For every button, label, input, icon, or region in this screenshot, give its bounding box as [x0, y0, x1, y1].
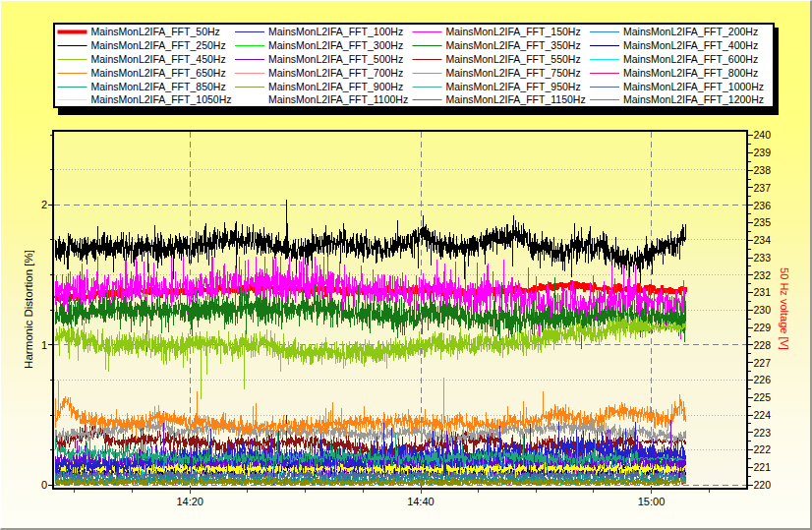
svg-text:50 Hz voltage [V]: 50 Hz voltage [V]: [779, 267, 790, 350]
svg-text:237: 237: [754, 182, 772, 194]
svg-text:Harmonic Distortion [%]: Harmonic Distortion [%]: [23, 250, 34, 369]
svg-text:222: 222: [754, 443, 772, 455]
svg-text:238: 238: [754, 164, 772, 176]
svg-text:MainsMonL2IFA_FFT_650Hz: MainsMonL2IFA_FFT_650Hz: [91, 67, 226, 79]
svg-text:MainsMonL2IFA_FFT_800Hz: MainsMonL2IFA_FFT_800Hz: [623, 67, 758, 79]
svg-text:MainsMonL2IFA_FFT_400Hz: MainsMonL2IFA_FFT_400Hz: [623, 39, 758, 51]
svg-text:226: 226: [754, 374, 772, 385]
svg-text:224: 224: [754, 409, 772, 421]
svg-text:MainsMonL2IFA_FFT_950Hz: MainsMonL2IFA_FFT_950Hz: [446, 81, 581, 92]
svg-text:225: 225: [754, 391, 772, 403]
svg-text:MainsMonL2IFA_FFT_1100Hz: MainsMonL2IFA_FFT_1100Hz: [268, 93, 408, 105]
svg-text:227: 227: [754, 357, 772, 369]
svg-text:MainsMonL2IFA_FFT_50Hz: MainsMonL2IFA_FFT_50Hz: [91, 26, 220, 37]
svg-text:14:40: 14:40: [407, 496, 435, 507]
svg-text:232: 232: [754, 269, 772, 281]
svg-text:235: 235: [754, 216, 772, 228]
svg-text:1: 1: [41, 339, 47, 351]
svg-text:MainsMonL2IFA_FFT_250Hz: MainsMonL2IFA_FFT_250Hz: [91, 39, 226, 51]
svg-text:14:20: 14:20: [176, 496, 203, 507]
svg-text:MainsMonL2IFA_FFT_1050Hz: MainsMonL2IFA_FFT_1050Hz: [91, 93, 232, 105]
svg-text:MainsMonL2IFA_FFT_750Hz: MainsMonL2IFA_FFT_750Hz: [446, 67, 581, 79]
svg-text:MainsMonL2IFA_FFT_1000Hz: MainsMonL2IFA_FFT_1000Hz: [623, 81, 764, 92]
svg-text:MainsMonL2IFA_FFT_550Hz: MainsMonL2IFA_FFT_550Hz: [446, 53, 581, 65]
svg-text:MainsMonL2IFA_FFT_1200Hz: MainsMonL2IFA_FFT_1200Hz: [623, 93, 764, 105]
svg-text:230: 230: [754, 304, 772, 316]
svg-text:236: 236: [754, 200, 772, 211]
svg-text:MainsMonL2IFA_FFT_500Hz: MainsMonL2IFA_FFT_500Hz: [268, 53, 403, 65]
svg-text:2: 2: [41, 199, 47, 210]
svg-text:15:00: 15:00: [638, 496, 666, 507]
svg-text:MainsMonL2IFA_FFT_850Hz: MainsMonL2IFA_FFT_850Hz: [91, 81, 226, 92]
svg-text:231: 231: [754, 286, 772, 298]
svg-text:223: 223: [754, 427, 772, 439]
svg-text:MainsMonL2IFA_FFT_450Hz: MainsMonL2IFA_FFT_450Hz: [91, 53, 226, 65]
svg-text:220: 220: [754, 479, 772, 491]
svg-text:234: 234: [754, 234, 772, 246]
svg-text:MainsMonL2IFA_FFT_1150Hz: MainsMonL2IFA_FFT_1150Hz: [446, 93, 586, 105]
svg-text:228: 228: [754, 339, 772, 351]
svg-text:MainsMonL2IFA_FFT_700Hz: MainsMonL2IFA_FFT_700Hz: [268, 67, 403, 79]
svg-text:233: 233: [754, 252, 772, 264]
svg-text:MainsMonL2IFA_FFT_900Hz: MainsMonL2IFA_FFT_900Hz: [268, 81, 403, 92]
svg-text:221: 221: [754, 461, 772, 473]
svg-text:240: 240: [754, 129, 772, 141]
svg-text:MainsMonL2IFA_FFT_350Hz: MainsMonL2IFA_FFT_350Hz: [446, 39, 581, 51]
svg-text:MainsMonL2IFA_FFT_200Hz: MainsMonL2IFA_FFT_200Hz: [623, 26, 758, 37]
svg-text:MainsMonL2IFA_FFT_300Hz: MainsMonL2IFA_FFT_300Hz: [268, 39, 403, 51]
svg-text:0: 0: [41, 479, 47, 491]
svg-text:MainsMonL2IFA_FFT_600Hz: MainsMonL2IFA_FFT_600Hz: [623, 53, 758, 65]
svg-text:MainsMonL2IFA_FFT_100Hz: MainsMonL2IFA_FFT_100Hz: [268, 26, 403, 37]
svg-text:229: 229: [754, 322, 772, 333]
svg-text:239: 239: [754, 147, 772, 158]
svg-text:MainsMonL2IFA_FFT_150Hz: MainsMonL2IFA_FFT_150Hz: [446, 26, 581, 37]
